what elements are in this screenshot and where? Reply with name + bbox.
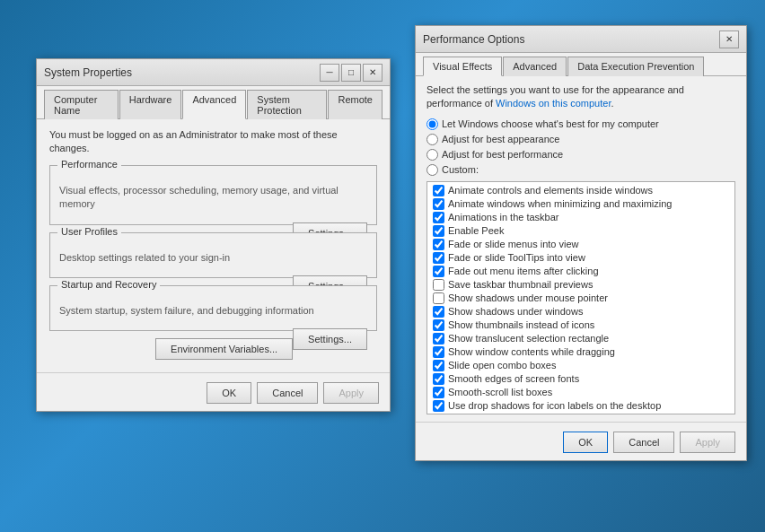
perf-opts-cancel-btn[interactable]: Cancel [613,432,674,453]
list-item: Save taskbar thumbnail previews [431,278,731,292]
radio-best-performance: Adjust for best performance [426,149,735,161]
tab-advanced[interactable]: Advanced [182,90,246,119]
perf-opts-apply-btn[interactable]: Apply [680,432,735,453]
checkbox-label-4: Fade or slide menus into view [448,239,579,249]
checkbox-label-16: Use drop shadows for icon labels on the … [448,400,661,411]
radio-best-performance-label: Adjust for best performance [442,149,563,160]
checkbox-label-12: Show window contents while dragging [448,346,615,357]
checkbox-6[interactable] [433,266,444,277]
checkbox-14[interactable] [433,373,444,385]
checkbox-label-0: Animate controls and elements inside win… [448,185,653,196]
checkbox-label-8: Show shadows under mouse pointer [448,292,608,303]
checkbox-13[interactable] [433,360,444,371]
checkbox-label-9: Show shadows under windows [448,306,583,317]
env-variables-btn[interactable]: Environment Variables... [155,338,293,360]
checkbox-10[interactable] [433,319,444,331]
user-profiles-group: User Profiles Desktop settings related t… [49,232,377,278]
checkbox-label-13: Slide open combo boxes [448,360,556,371]
windows-link[interactable]: Windows on this computer [496,98,611,109]
admin-notice: You must be logged on as an Administrato… [49,128,377,156]
checkbox-8[interactable] [433,292,444,304]
sys-props-ok-btn[interactable]: OK [207,382,251,404]
radio-best-appearance-input[interactable] [426,134,438,145]
checkbox-label-10: Show thumbnails instead of icons [448,319,594,330]
checkbox-16[interactable] [433,400,444,412]
list-item: Animate controls and elements inside win… [431,184,731,197]
sys-props-apply-btn[interactable]: Apply [323,382,379,404]
checkbox-3[interactable] [433,225,444,237]
radio-best-performance-input[interactable] [426,149,438,161]
perf-opts-content: Select the settings you want to use for … [416,76,746,422]
tab-system-protection[interactable]: System Protection [247,90,327,119]
list-item: Fade out menu items after clicking [431,265,731,278]
performance-description: Visual effects, processor scheduling, me… [59,184,367,212]
user-profiles-description: Desktop settings related to your sign-in [59,251,367,265]
perf-opts-tabs: Visual Effects Advanced Data Execution P… [416,53,746,76]
list-item: Animate windows when minimizing and maxi… [431,197,731,211]
checkbox-label-2: Animations in the taskbar [448,212,559,222]
checkbox-label-11: Show translucent selection rectangle [448,333,609,344]
list-item: Animations in the taskbar [431,211,731,224]
sys-props-cancel-btn[interactable]: Cancel [257,382,318,404]
checkbox-11[interactable] [433,333,444,344]
checkbox-4[interactable] [433,239,444,250]
startup-recovery-description: System startup, system failure, and debu… [59,304,367,318]
performance-group-title: Performance [57,159,121,170]
sys-props-maximize-btn[interactable]: □ [341,64,361,82]
startup-recovery-group-title: Startup and Recovery [57,279,160,290]
sys-props-content: You must be logged on as an Administrato… [37,119,390,372]
list-item: Show shadows under mouse pointer [431,292,731,305]
checkbox-2[interactable] [433,212,444,223]
sys-props-tabs: Computer Name Hardware Advanced System P… [37,86,390,119]
sys-props-controls: ─ □ ✕ [320,64,382,82]
list-item: Fade or slide ToolTips into view [431,251,731,265]
startup-recovery-group: Startup and Recovery System startup, sys… [49,285,377,331]
radio-best-appearance-label: Adjust for best appearance [442,134,559,144]
checkbox-label-5: Fade or slide ToolTips into view [448,252,585,263]
perf-opts-bottom-buttons: OK Cancel Apply [416,422,746,460]
sys-props-titlebar: System Properties ─ □ ✕ [37,59,390,86]
checkbox-label-3: Enable Peek [448,225,504,236]
tab-computer-name[interactable]: Computer Name [44,90,119,119]
radio-custom-label: Custom: [442,164,479,175]
perf-opts-title: Performance Options [423,33,524,46]
perf-opts-controls: ✕ [719,31,739,48]
checkbox-15[interactable] [433,387,444,398]
user-profiles-group-title: User Profiles [57,226,121,237]
visual-effects-list[interactable]: Animate controls and elements inside win… [426,181,735,414]
radio-let-windows-label: Let Windows choose what's best for my co… [442,118,659,129]
perf-opts-close-btn[interactable]: ✕ [719,31,739,48]
checkbox-5[interactable] [433,252,444,264]
list-item: Smooth-scroll list boxes [431,386,731,399]
checkbox-label-14: Smooth edges of screen fonts [448,373,579,384]
radio-let-windows-input[interactable] [426,118,438,130]
list-item: Fade or slide menus into view [431,238,731,251]
sys-props-close-btn[interactable]: ✕ [363,64,382,82]
perf-opts-ok-btn[interactable]: OK [563,432,608,453]
checkbox-label-6: Fade out menu items after clicking [448,266,599,276]
sys-props-minimize-btn[interactable]: ─ [320,64,339,82]
radio-best-appearance: Adjust for best appearance [426,134,735,145]
checkbox-label-15: Smooth-scroll list boxes [448,387,552,397]
startup-recovery-settings-btn[interactable]: Settings... [293,328,367,350]
radio-custom-input[interactable] [426,164,438,176]
tab-remote[interactable]: Remote [328,90,382,119]
checkbox-0[interactable] [433,185,444,196]
checkbox-12[interactable] [433,346,444,358]
radio-let-windows: Let Windows choose what's best for my co… [426,118,735,130]
list-item: Enable Peek [431,224,731,238]
list-item: Show shadows under windows [431,305,731,318]
tab-advanced-perf[interactable]: Advanced [503,57,567,76]
list-item: Show translucent selection rectangle [431,332,731,345]
checkbox-7[interactable] [433,279,444,291]
sys-props-title: System Properties [44,66,132,79]
list-item: Use drop shadows for icon labels on the … [431,399,731,413]
performance-options-window: Performance Options ✕ Visual Effects Adv… [415,25,747,461]
tab-data-execution-prevention[interactable]: Data Execution Prevention [567,57,704,76]
checkbox-1[interactable] [433,198,444,210]
perf-opts-titlebar: Performance Options ✕ [416,26,746,53]
checkbox-label-1: Animate windows when minimizing and maxi… [448,198,672,209]
checkbox-9[interactable] [433,306,444,318]
tab-visual-effects[interactable]: Visual Effects [423,57,502,76]
tab-hardware[interactable]: Hardware [119,90,182,119]
